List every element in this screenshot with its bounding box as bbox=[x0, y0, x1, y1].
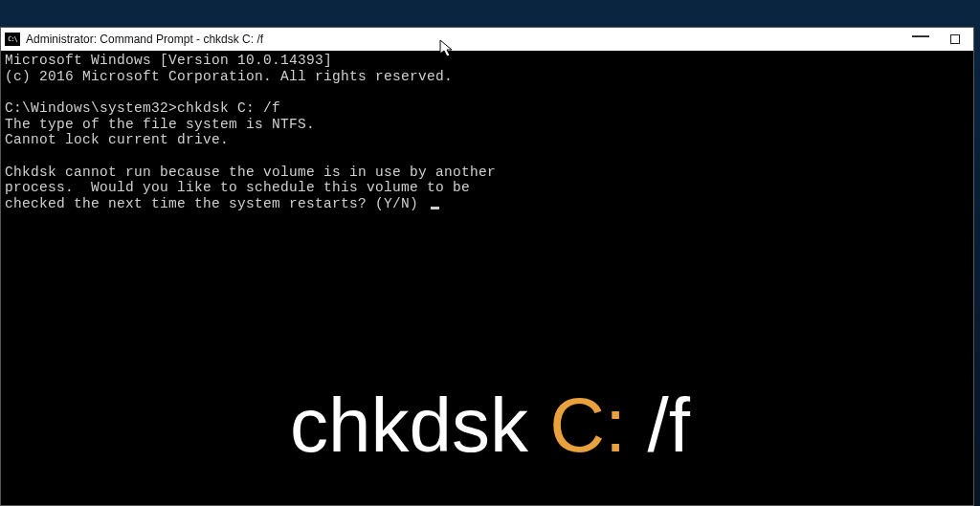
terminal-line: Microsoft Windows [Version 10.0.14393] bbox=[5, 53, 332, 68]
overlay-part-drive: C: bbox=[549, 383, 626, 468]
text-cursor-icon bbox=[431, 207, 439, 209]
overlay-part-flag: /f bbox=[626, 383, 690, 468]
terminal-line: (c) 2016 Microsoft Corporation. All righ… bbox=[5, 69, 453, 84]
minimize-button[interactable]: — bbox=[914, 29, 927, 42]
window-title: Administrator: Command Prompt - chkdsk C… bbox=[26, 33, 914, 46]
maximize-button[interactable] bbox=[948, 33, 962, 46]
terminal-line: C:\Windows\system32>chkdsk C: /f bbox=[5, 100, 280, 116]
terminal-line: The type of the file system is NTFS. bbox=[5, 117, 315, 132]
overlay-part-cmd: chkdsk bbox=[290, 383, 549, 468]
cmd-icon: C:\ bbox=[5, 33, 20, 46]
terminal-line: Chkdsk cannot run because the volume is … bbox=[5, 165, 496, 180]
terminal-line: checked the next time the system restart… bbox=[5, 196, 427, 211]
window-controls: — bbox=[914, 33, 969, 46]
terminal-line: process. Would you like to schedule this… bbox=[5, 180, 470, 195]
titlebar[interactable]: C:\ Administrator: Command Prompt - chkd… bbox=[1, 28, 973, 51]
overlay-caption: chkdsk C: /f bbox=[0, 382, 980, 470]
terminal-line: Cannot lock current drive. bbox=[5, 132, 229, 147]
